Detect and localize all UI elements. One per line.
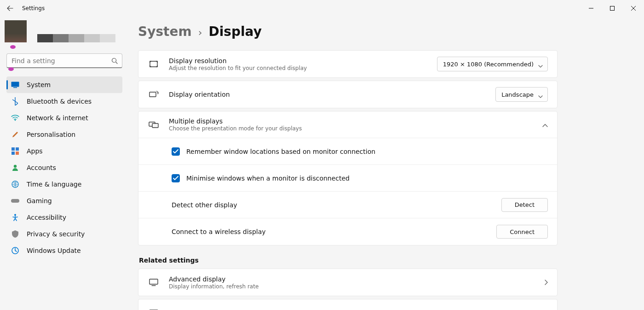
card-display-orientation: Display orientation Landscape <box>138 81 558 108</box>
related-settings-heading: Related settings <box>139 257 558 264</box>
sidebar-item-apps[interactable]: Apps <box>6 143 122 159</box>
sidebar-item-label: Apps <box>27 147 43 155</box>
row-detect-display: Detect other display Detect <box>138 192 557 218</box>
svg-rect-0 <box>610 6 615 11</box>
window-close[interactable] <box>623 0 644 17</box>
minimize-icon <box>589 6 593 11</box>
row-remember-locations[interactable]: Remember window locations based on monit… <box>138 138 557 165</box>
sidebar-item-label: Network & internet <box>27 114 88 122</box>
sidebar-item-network[interactable]: Network & internet <box>6 110 122 126</box>
avatar <box>5 20 27 42</box>
svg-point-1 <box>112 58 116 63</box>
chevron-right-icon <box>544 278 548 287</box>
sidebar-item-label: Bluetooth & devices <box>27 98 92 105</box>
sidebar-item-time-language[interactable]: Time & language <box>6 176 122 193</box>
chevron-up-icon <box>542 120 548 129</box>
checkbox-label: Minimise windows when a monitor is disco… <box>186 175 350 182</box>
svg-rect-2 <box>12 82 19 87</box>
check-icon <box>173 176 178 181</box>
card-display-resolution: Display resolution Adjust the resolution… <box>138 50 558 78</box>
breadcrumb-parent[interactable]: System <box>138 24 192 39</box>
gaming-icon <box>11 197 19 205</box>
profile-header[interactable] <box>5 17 122 47</box>
chevron-right-icon <box>544 309 548 310</box>
update-icon <box>11 246 19 255</box>
sidebar-item-accounts[interactable]: Accounts <box>6 159 122 176</box>
card-graphics[interactable]: Graphics <box>138 299 558 310</box>
orientation-dropdown[interactable]: Landscape <box>495 87 548 102</box>
svg-rect-7 <box>12 152 15 155</box>
svg-rect-18 <box>150 279 158 284</box>
dropdown-value: 1920 × 1080 (Recommended) <box>443 61 534 68</box>
svg-rect-3 <box>13 88 17 88</box>
sidebar-item-label: Privacy & security <box>27 230 85 238</box>
chevron-down-icon <box>538 62 543 69</box>
sidebar: System Bluetooth & devices Network & int… <box>0 17 129 310</box>
content: System › Display Display resolution Adju… <box>129 17 644 310</box>
card-advanced-display[interactable]: Advanced display Display information, re… <box>138 269 558 296</box>
accounts-icon <box>11 164 19 172</box>
accessibility-icon <box>11 213 19 222</box>
multiple-displays-header[interactable]: Multiple displays Choose the presentatio… <box>138 111 557 138</box>
svg-rect-5 <box>12 147 15 151</box>
svg-rect-14 <box>150 61 157 67</box>
svg-rect-15 <box>150 92 156 97</box>
graphics-icon <box>148 307 160 310</box>
sidebar-item-label: Time & language <box>27 181 81 188</box>
page-title: Display <box>208 24 261 39</box>
system-icon <box>11 81 19 89</box>
search-icon <box>111 57 118 66</box>
sidebar-item-windows-update[interactable]: Windows Update <box>6 242 122 259</box>
sidebar-item-label: Windows Update <box>27 247 81 254</box>
resolution-icon <box>148 58 160 70</box>
sidebar-item-accessibility[interactable]: Accessibility <box>6 209 122 226</box>
setting-title: Connect to a wireless display <box>172 228 496 235</box>
svg-point-12 <box>14 214 16 216</box>
paintbrush-icon <box>11 130 19 139</box>
globe-icon <box>11 180 19 188</box>
svg-rect-11 <box>11 199 19 203</box>
back-button[interactable] <box>5 3 16 14</box>
sidebar-item-personalisation[interactable]: Personalisation <box>6 126 122 143</box>
redacted-user-name <box>37 34 115 42</box>
apps-icon <box>11 147 19 155</box>
detect-button[interactable]: Detect <box>501 198 548 212</box>
setting-title: Detect other display <box>172 201 501 209</box>
chevron-down-icon <box>538 93 543 99</box>
window-minimize[interactable] <box>581 0 602 17</box>
search-input[interactable] <box>6 53 122 68</box>
app-title: Settings <box>22 5 45 12</box>
wifi-icon <box>11 114 19 122</box>
svg-point-9 <box>14 165 17 168</box>
minimise-checkbox[interactable] <box>172 174 180 182</box>
resolution-dropdown[interactable]: 1920 × 1080 (Recommended) <box>437 57 548 71</box>
shield-icon <box>11 230 19 238</box>
setting-subtitle: Display information, refresh rate <box>169 283 537 290</box>
bluetooth-icon <box>11 97 19 105</box>
maximize-icon <box>610 6 615 11</box>
window-maximize[interactable] <box>602 0 623 17</box>
svg-rect-6 <box>16 147 19 151</box>
dropdown-value: Landscape <box>501 91 534 98</box>
monitor-icon <box>148 276 160 288</box>
svg-point-4 <box>15 120 16 121</box>
setting-subtitle: Choose the presentation mode for your di… <box>169 125 535 132</box>
sidebar-item-label: Accessibility <box>27 214 66 221</box>
breadcrumb: System › Display <box>138 17 626 50</box>
sidebar-item-bluetooth[interactable]: Bluetooth & devices <box>6 93 122 110</box>
sidebar-item-label: Gaming <box>27 197 52 205</box>
setting-title: Advanced display <box>169 275 537 283</box>
setting-title: Display resolution <box>169 57 437 64</box>
remember-checkbox[interactable] <box>172 147 180 156</box>
card-multiple-displays: Multiple displays Choose the presentatio… <box>138 111 558 246</box>
setting-subtitle: Adjust the resolution to fit your connec… <box>169 65 437 71</box>
sidebar-item-privacy[interactable]: Privacy & security <box>6 226 122 242</box>
sidebar-item-label: Personalisation <box>27 131 75 138</box>
row-minimise-windows[interactable]: Minimise windows when a monitor is disco… <box>138 165 557 192</box>
back-arrow-icon <box>6 5 14 12</box>
connect-button[interactable]: Connect <box>496 225 548 239</box>
svg-rect-8 <box>16 152 19 155</box>
row-wireless-display: Connect to a wireless display Connect <box>138 218 557 245</box>
sidebar-item-gaming[interactable]: Gaming <box>6 193 122 209</box>
sidebar-item-system[interactable]: System <box>6 76 122 93</box>
